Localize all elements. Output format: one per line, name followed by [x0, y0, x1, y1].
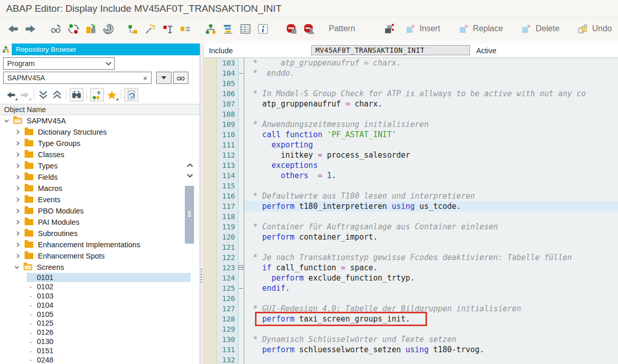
other-object-button[interactable] [99, 19, 117, 38]
breakpoint-gutter[interactable] [204, 181, 217, 191]
clear-icon[interactable]: × [143, 74, 147, 82]
code-line[interactable]: 120 perform container_import. [204, 232, 618, 242]
code-text[interactable]: perform taxi_screen_groups_init. [244, 314, 618, 324]
chevron-right-icon[interactable] [15, 220, 21, 225]
code-line[interactable]: 128 perform taxi_screen_groups_init. [204, 314, 618, 324]
fold-gutter[interactable] [239, 201, 244, 211]
code-line[interactable]: 126 [204, 293, 618, 304]
code-line[interactable]: 122 * Je nach Transaktionstyp gewisse Fc… [204, 252, 618, 263]
breakpoint-gutter[interactable] [204, 283, 217, 293]
tree-item-folder[interactable]: Fields [0, 172, 200, 183]
code-line[interactable]: 115 [204, 181, 618, 191]
code-line[interactable]: 124 perform exclude_function_trtyp. [204, 273, 618, 283]
code-text[interactable]: perform t180_interpretieren using us_tco… [244, 201, 618, 211]
breakpoint-gutter[interactable] [204, 119, 217, 130]
fold-gutter[interactable] [239, 119, 244, 130]
code-line[interactable]: 129 [204, 324, 618, 334]
object-type-select[interactable]: Program [3, 57, 115, 70]
chevron-right-icon[interactable] [15, 163, 21, 168]
tree-item-screen[interactable]: · 0126 [0, 328, 200, 337]
code-text[interactable]: atp_gruppenaufruf = charx. [244, 99, 618, 109]
code-text[interactable]: * In Model-S Group Check for ATP is allw… [244, 89, 618, 99]
code-line[interactable]: 111 exporting [204, 140, 618, 150]
code-text[interactable]: exporting [244, 140, 618, 150]
back-button[interactable] [4, 19, 22, 38]
code-line[interactable]: 131 perform schluesselworte_setzen using… [204, 345, 618, 355]
breakpoint-gutter[interactable] [204, 273, 217, 283]
tree-item-folder[interactable]: Classes [0, 149, 200, 160]
tree-item-screen[interactable]: · 0102 [0, 282, 200, 291]
refresh-tree-button[interactable] [124, 88, 138, 101]
code-line[interactable]: 106 * In Model-S Group Check for ATP is … [204, 89, 618, 99]
delete-button[interactable]: Delete [517, 19, 562, 38]
breakpoint-gutter[interactable] [204, 130, 217, 140]
breakpoint-gutter[interactable] [204, 263, 217, 273]
code-text[interactable] [244, 181, 618, 191]
code-text[interactable]: * Dynamisch Schlüsselwörter und Texte se… [244, 334, 618, 345]
code-line[interactable]: 130 * Dynamisch Schlüsselwörter und Text… [204, 334, 618, 345]
sort-list-button[interactable] [219, 19, 237, 38]
code-text[interactable]: others = 1. [244, 170, 618, 181]
fold-gutter[interactable] [239, 263, 244, 273]
fold-gutter[interactable] [239, 150, 244, 160]
code-text[interactable] [244, 109, 618, 119]
code-text[interactable]: perform exclude_function_trtyp. [244, 273, 618, 283]
fold-gutter[interactable] [239, 304, 244, 314]
fold-gutter[interactable] [239, 130, 244, 140]
code-line[interactable]: 104 * enddo. [204, 68, 618, 78]
tree-item-folder[interactable]: Type Groups [0, 138, 200, 149]
tree-item-screen[interactable]: · 0105 [0, 310, 200, 319]
code-line[interactable]: 114 others = 1. [204, 170, 618, 181]
code-line[interactable]: 109 * Anwendungszeitmessung initialisier… [204, 119, 618, 130]
breakpoint-gutter[interactable] [204, 170, 217, 181]
breakpoint-gutter[interactable] [204, 109, 217, 119]
code-line[interactable]: 127 * GUI-Redesign 4.0: Tabelle der Bild… [204, 304, 618, 314]
tree-item-folder[interactable]: Enhancement Spots [0, 250, 200, 262]
pattern-wand-button[interactable] [141, 19, 159, 38]
stop-transaction-button[interactable] [283, 19, 300, 38]
code-line[interactable]: 105 [204, 78, 618, 89]
breakpoint-gutter[interactable] [204, 324, 217, 334]
code-text[interactable] [244, 324, 618, 334]
fold-gutter[interactable] [239, 283, 244, 293]
fold-gutter[interactable] [239, 293, 244, 304]
code-line[interactable]: 108 [204, 109, 618, 119]
code-line[interactable]: 132 [204, 355, 618, 364]
code-text[interactable]: perform container_import. [244, 232, 618, 242]
code-text[interactable]: perform schluesselworte_setzen using t18… [244, 345, 618, 355]
chevron-right-icon[interactable] [15, 242, 21, 247]
code-line[interactable]: 112 initkey = process_salesorder [204, 150, 618, 160]
code-text[interactable]: endif. [244, 283, 618, 293]
code-text[interactable]: * GUI-Redesign 4.0: Tabelle der Bildgrup… [244, 304, 618, 314]
breakpoint-gutter[interactable] [204, 211, 217, 222]
breakpoint-gutter[interactable] [204, 78, 217, 89]
insert-button[interactable]: Insert [401, 19, 443, 38]
code-line[interactable]: 121 [204, 242, 618, 252]
tree-item-folder[interactable]: Enhancement Implementations [0, 239, 200, 250]
code-line[interactable]: 103 * atp_gruppenaufruf = charx. [204, 58, 618, 68]
copy-button[interactable] [82, 19, 99, 38]
tree-item-screen[interactable]: · 0104 [0, 301, 200, 310]
fold-gutter[interactable] [239, 99, 244, 109]
fold-gutter[interactable] [239, 314, 244, 324]
code-text[interactable]: * Anwendungszeitmessung initialisieren [244, 119, 618, 130]
chevron-right-icon[interactable] [15, 231, 21, 236]
breakpoint-gutter[interactable] [204, 242, 217, 252]
code-text[interactable]: * Container für Auftragsanlage aus Conta… [244, 222, 618, 232]
breakpoint-gutter[interactable] [204, 293, 217, 304]
information-button[interactable] [254, 19, 271, 38]
tree-item-folder[interactable]: PBO Modules [0, 205, 200, 217]
fold-gutter[interactable] [239, 89, 244, 99]
code-text[interactable]: * Defaultwerte aus T180 lesen und interp… [244, 191, 618, 201]
code-line[interactable]: 110 call function 'PF_ASTAT_INIT' [204, 130, 618, 140]
expand-all-button[interactable] [36, 88, 50, 101]
table-view-button[interactable] [237, 19, 254, 38]
pattern-button[interactable]: Pattern [326, 19, 358, 38]
chevron-right-icon[interactable] [15, 253, 21, 259]
object-name-input[interactable]: SAPMV45A × [3, 72, 152, 84]
tree-column-header[interactable]: Object Name [0, 104, 200, 115]
code-line[interactable]: 117 perform t180_interpretieren using us… [204, 201, 618, 211]
include-name-field[interactable]: MV45AF0T_TRANSAKTION_INIT [311, 45, 470, 55]
chevron-right-icon[interactable] [15, 141, 21, 146]
favorites-button[interactable] [105, 88, 119, 101]
